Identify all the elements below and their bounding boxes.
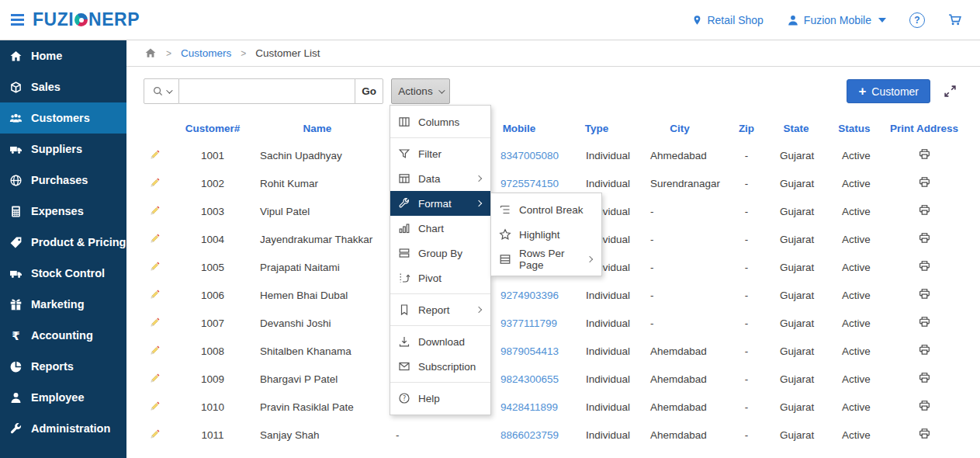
print-icon[interactable] <box>919 148 930 162</box>
print-icon[interactable] <box>919 428 930 442</box>
customer-state: Gujarat <box>766 401 826 413</box>
chevron-down-icon <box>878 18 886 23</box>
customer-type: Individual <box>561 317 632 329</box>
sidebar-item[interactable]: Employee <box>0 382 126 413</box>
header-status[interactable]: Status <box>826 123 882 134</box>
menu-item-label: Format <box>418 198 476 210</box>
edit-pencil-icon[interactable] <box>150 261 161 274</box>
format-submenu-item[interactable]: Highlight <box>491 222 601 247</box>
user-menu[interactable]: Fuzion Mobile <box>787 14 886 26</box>
go-button[interactable]: Go <box>355 78 383 104</box>
actions-menu-item[interactable]: ? Help <box>390 386 490 411</box>
sidebar-item[interactable]: Sales <box>0 71 126 102</box>
sidebar-item[interactable]: Administration <box>0 413 126 444</box>
edit-pencil-icon[interactable] <box>150 289 161 302</box>
customer-name: Pravin Rasiklal Pate <box>258 401 376 413</box>
group-by-icon <box>398 247 410 259</box>
edit-pencil-icon[interactable] <box>150 177 161 190</box>
actions-menu-item[interactable]: Report <box>390 297 490 322</box>
sidebar-item[interactable]: Purchases <box>0 165 126 196</box>
format-submenu-item[interactable]: Control Break <box>491 197 601 222</box>
customer-city: - <box>632 317 727 329</box>
customer-status: Active <box>826 373 882 385</box>
sidebar-item[interactable]: Home <box>0 40 126 71</box>
print-icon[interactable] <box>919 232 930 246</box>
customer-city: Surendranagar <box>632 178 727 189</box>
edit-pencil-icon[interactable] <box>150 149 161 162</box>
home-icon[interactable] <box>144 47 157 59</box>
add-customer-button[interactable]: + Customer <box>847 79 930 103</box>
actions-menu-item[interactable]: Filter <box>390 141 490 166</box>
sidebar-item[interactable]: Suppliers <box>0 134 126 165</box>
sidebar-item[interactable]: ₹ Accounting <box>0 320 126 351</box>
sidebar-item[interactable]: Expenses <box>0 196 126 227</box>
print-icon[interactable] <box>919 372 930 386</box>
edit-pencil-icon[interactable] <box>150 401 161 414</box>
breadcrumb-link-customers[interactable]: Customers <box>181 47 231 59</box>
actions-menu-item[interactable]: Group By <box>390 241 490 265</box>
customer-name: Hemen Bhai Dubal <box>258 290 376 301</box>
print-icon[interactable] <box>919 204 930 218</box>
cart-icon <box>948 13 963 26</box>
app-logo: FUZI NERP <box>33 9 140 30</box>
header-type[interactable]: Type <box>561 123 632 134</box>
edit-pencil-icon[interactable] <box>150 205 161 218</box>
customers-icon <box>0 112 31 125</box>
menu-item-label: Control Break <box>519 204 594 216</box>
customer-mobile-link[interactable]: 8866023759 <box>477 429 561 441</box>
edit-pencil-icon[interactable] <box>150 317 161 330</box>
print-icon[interactable] <box>919 344 930 358</box>
format-submenu-item[interactable]: Rows Per Page <box>491 247 601 272</box>
print-icon[interactable] <box>919 400 930 414</box>
customer-status: Active <box>826 290 882 301</box>
columns-icon <box>398 116 410 128</box>
actions-button[interactable]: Actions <box>391 78 450 104</box>
product-pricing-icon <box>0 236 31 249</box>
sidebar-item[interactable]: Product & Pricing <box>0 227 126 258</box>
report-icon <box>398 304 410 316</box>
sidebar-item-label: Reports <box>31 360 74 373</box>
help-button[interactable]: ? <box>909 12 925 28</box>
actions-menu-item[interactable]: Pivot <box>390 265 490 290</box>
header-customer-number[interactable]: Customer# <box>167 123 258 134</box>
help-icon: ? <box>398 392 410 404</box>
cart-button[interactable] <box>948 13 963 26</box>
print-icon[interactable] <box>919 260 930 274</box>
store-selector[interactable]: Retail Shop <box>692 14 763 26</box>
header-zip[interactable]: Zip <box>727 123 766 134</box>
actions-menu-item[interactable]: Chart <box>390 216 490 241</box>
actions-menu-item[interactable]: Download <box>390 329 490 354</box>
menu-item-label: Data <box>418 173 476 185</box>
toolbar: Go Actions + Customer <box>144 78 963 104</box>
customer-status: Active <box>826 178 882 189</box>
actions-menu-item[interactable]: Columns <box>390 109 490 134</box>
customer-email: - <box>376 429 477 441</box>
svg-text:₹: ₹ <box>12 329 19 342</box>
edit-pencil-icon[interactable] <box>150 373 161 386</box>
header-city[interactable]: City <box>632 123 727 134</box>
edit-pencil-icon[interactable] <box>150 429 161 442</box>
header-state[interactable]: State <box>766 123 826 134</box>
search-options-button[interactable] <box>144 78 179 104</box>
print-icon[interactable] <box>919 176 930 190</box>
sidebar-item[interactable]: Reports <box>0 351 126 382</box>
search-input[interactable] <box>179 78 355 104</box>
search-icon <box>152 85 164 97</box>
header-name[interactable]: Name <box>258 123 376 134</box>
sidebar-item[interactable]: Customers <box>0 102 126 134</box>
print-icon[interactable] <box>919 316 930 330</box>
hamburger-menu-icon[interactable] <box>0 14 34 26</box>
header-print-address[interactable]: Print Address <box>882 123 966 134</box>
menu-item-label: Rows Per Page <box>519 248 587 271</box>
sidebar-item-label: Product & Pricing <box>31 236 126 248</box>
actions-menu-item[interactable]: Subscription <box>390 354 490 379</box>
edit-pencil-icon[interactable] <box>150 345 161 358</box>
edit-pencil-icon[interactable] <box>150 233 161 246</box>
maximize-button[interactable] <box>944 85 957 98</box>
customer-state: Gujarat <box>766 373 826 385</box>
actions-menu-item[interactable]: Format <box>390 191 490 216</box>
print-icon[interactable] <box>919 288 930 302</box>
sidebar-item[interactable]: Stock Control <box>0 258 126 289</box>
sidebar-item[interactable]: Marketing <box>0 289 126 320</box>
actions-menu-item[interactable]: Data <box>390 166 490 191</box>
